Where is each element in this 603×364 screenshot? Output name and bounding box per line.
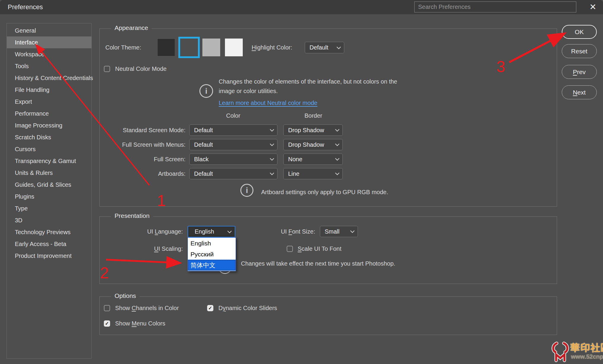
artboards-color-dropdown[interactable]: Default: [189, 168, 277, 179]
learn-more-link[interactable]: Learn more about Neutral color mode: [219, 100, 317, 106]
chevron-down-icon: [337, 47, 341, 49]
scale-ui-to-font-checkbox[interactable]: [287, 246, 293, 252]
chevron-down-icon: [335, 173, 339, 175]
show-channels-in-color-checkbox[interactable]: [104, 305, 110, 311]
presentation-legend: Presentation: [111, 212, 153, 219]
chevron-down-icon: [227, 231, 232, 233]
full-screen-border-dropdown[interactable]: None: [283, 154, 343, 165]
window-title: Preferences: [8, 3, 43, 11]
neutral-color-mode-checkbox[interactable]: [104, 66, 110, 72]
color-theme-swatch-light[interactable]: [202, 39, 220, 56]
reset-button[interactable]: Reset: [562, 44, 597, 58]
sidebar-item-interface[interactable]: Interface: [7, 36, 91, 48]
ui-language-label: UI Language:: [119, 226, 183, 237]
standard-screen-mode-border-dropdown[interactable]: Drop Shadow: [283, 124, 343, 136]
chevron-down-icon: [335, 143, 339, 146]
ui-language-open-list: English Русский 简体中文: [188, 237, 236, 271]
ui-scaling-label: UI Scaling:: [119, 243, 183, 254]
chevron-down-icon: [350, 230, 355, 233]
watermark-title: 華印社區: [570, 341, 603, 355]
neutral-color-mode-label: Neutral Color Mode: [115, 66, 166, 72]
check-icon: ✓: [105, 321, 109, 326]
full-screen-with-menus-border-dropdown[interactable]: Drop Shadow: [283, 139, 343, 150]
dynamic-color-sliders-checkbox[interactable]: ✓: [207, 305, 213, 311]
search-input[interactable]: [414, 1, 576, 12]
show-menu-colors-label: Show Menu Colors: [115, 320, 165, 327]
sidebar-item-product-improvement[interactable]: Product Improvement: [7, 250, 91, 262]
full-screen-color-dropdown[interactable]: Black: [189, 154, 277, 165]
artboards-border-dropdown[interactable]: Line: [283, 168, 343, 179]
highlight-color-dropdown[interactable]: Default: [305, 42, 344, 53]
language-option-simplified-chinese[interactable]: 简体中文: [188, 260, 236, 271]
sidebar-item-history-content-credentials[interactable]: History & Content Credentials: [7, 72, 91, 84]
highlight-color-label: Highlight Color:: [252, 44, 292, 51]
sidebar-item-transparency-gamut[interactable]: Transparency & Gamut: [7, 155, 91, 167]
border-column-header: Border: [304, 113, 322, 119]
close-icon[interactable]: ✕: [587, 1, 599, 13]
standard-screen-mode-label: Standard Screen Mode:: [101, 124, 185, 136]
color-theme-label: Color Theme:: [105, 44, 141, 51]
sidebar-item-tools[interactable]: Tools: [7, 60, 91, 72]
ui-font-size-dropdown[interactable]: Small: [320, 226, 358, 237]
chevron-down-icon: [335, 158, 339, 161]
language-option-russian[interactable]: Русский: [188, 249, 236, 260]
sidebar-item-3d[interactable]: 3D: [7, 214, 91, 226]
sidebar-item-early-access-beta[interactable]: Early Access - Beta: [7, 238, 91, 250]
full-screen-with-menus-color-dropdown[interactable]: Default: [189, 139, 277, 150]
show-menu-colors-checkbox[interactable]: ✓: [104, 320, 110, 327]
appearance-legend: Appearance: [111, 24, 152, 31]
dynamic-color-sliders-label: Dynamic Color Sliders: [218, 305, 277, 311]
sidebar-item-guides-grid-slices[interactable]: Guides, Grid & Slices: [7, 179, 91, 191]
neutral-info-line1: Changes the color of elements of the int…: [219, 79, 397, 85]
chevron-down-icon: [335, 129, 339, 132]
options-legend: Options: [111, 292, 139, 299]
watermark-url: www.52cnp.com: [571, 353, 603, 360]
sidebar-item-scratch-disks[interactable]: Scratch Disks: [7, 131, 91, 143]
show-channels-in-color-label: Show Channels in Color: [115, 305, 179, 311]
sidebar-item-export[interactable]: Export: [7, 96, 91, 108]
sidebar-item-performance[interactable]: Performance: [7, 108, 91, 119]
sidebar-item-general[interactable]: General: [7, 25, 91, 36]
sidebar-item-type[interactable]: Type: [7, 202, 91, 214]
title-bar: Preferences ✕: [0, 0, 603, 14]
sidebar-item-cursors[interactable]: Cursors: [7, 143, 91, 155]
chevron-down-icon: [270, 158, 274, 161]
ui-language-combobox[interactable]: English: [188, 226, 235, 237]
color-column-header: Color: [226, 113, 240, 119]
chevron-down-icon: [270, 143, 274, 146]
color-theme-swatch-medium-dark-selected[interactable]: [178, 37, 200, 58]
watermark-logo-icon: [551, 341, 570, 363]
full-screen-with-menus-label: Full Screen with Menus:: [101, 139, 185, 150]
sidebar-item-units-rulers[interactable]: Units & Rulers: [7, 167, 91, 179]
preferences-sidebar: General Interface Workspace Tools Histor…: [7, 23, 92, 359]
next-button[interactable]: Next: [562, 85, 597, 99]
sidebar-item-plugins[interactable]: Plugins: [7, 191, 91, 202]
full-screen-label: Full Screen:: [101, 154, 185, 165]
artboards-label: Artboards:: [101, 168, 185, 179]
ui-font-size-label: UI Font Size:: [267, 226, 315, 237]
color-theme-swatch-white[interactable]: [225, 39, 243, 56]
restart-note: Changes will take effect the next time y…: [241, 261, 395, 267]
language-option-english[interactable]: English: [188, 238, 236, 249]
sidebar-item-image-processing[interactable]: Image Processing: [7, 119, 91, 131]
neutral-info-line2: image or color utilities.: [219, 88, 278, 94]
info-icon: i: [199, 84, 213, 98]
info-icon: i: [240, 184, 253, 197]
chevron-down-icon: [270, 129, 274, 132]
color-theme-swatch-dark[interactable]: [157, 39, 175, 56]
check-icon: ✓: [208, 305, 212, 311]
sidebar-item-file-handling[interactable]: File Handling: [7, 84, 91, 96]
artboard-info-text: Artboard settings only apply to GPU RGB …: [261, 189, 388, 195]
standard-screen-mode-color-dropdown[interactable]: Default: [189, 124, 277, 136]
chevron-down-icon: [270, 173, 274, 175]
ok-button[interactable]: OK: [562, 25, 597, 39]
sidebar-item-technology-previews[interactable]: Technology Previews: [7, 226, 91, 238]
scale-ui-to-font-label: Scale UI To Font: [298, 246, 341, 252]
prev-button[interactable]: Prev: [562, 65, 597, 79]
options-group: Options: [99, 296, 557, 335]
sidebar-item-workspace[interactable]: Workspace: [7, 48, 91, 60]
